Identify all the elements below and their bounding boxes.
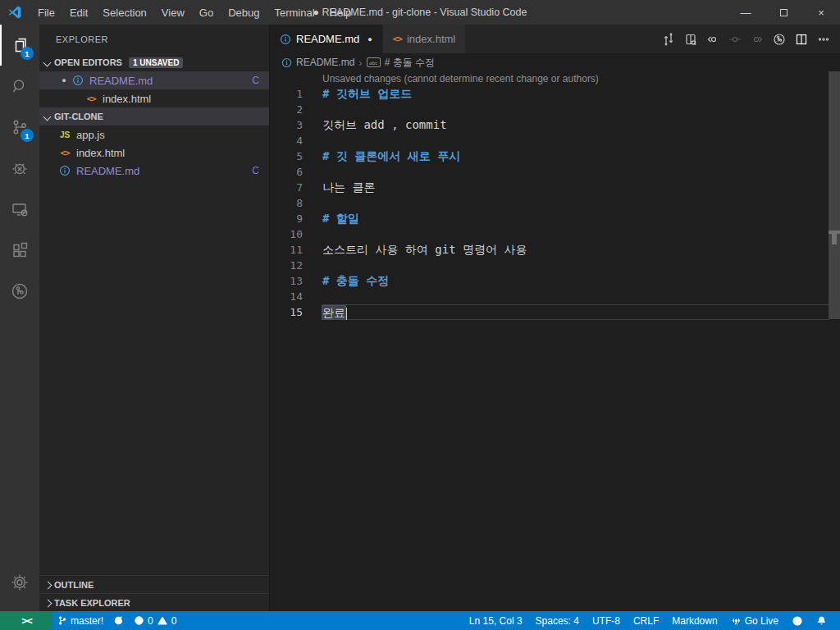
menu-file[interactable]: File bbox=[30, 0, 62, 25]
menu-view[interactable]: View bbox=[154, 0, 192, 25]
notifications-bell-button[interactable] bbox=[810, 611, 833, 630]
editor-line: 12 bbox=[270, 258, 840, 273]
line-number: 14 bbox=[270, 289, 303, 304]
minimize-button[interactable]: — bbox=[727, 0, 765, 25]
editor-line: 14 bbox=[270, 289, 840, 304]
language-mode[interactable]: Markdown bbox=[665, 611, 724, 630]
code-text[interactable] bbox=[322, 195, 840, 211]
extensions-icon[interactable] bbox=[0, 230, 39, 271]
close-button[interactable]: × bbox=[802, 0, 840, 25]
source-control-icon[interactable]: 1 bbox=[0, 107, 39, 148]
editor-line: 8 bbox=[270, 195, 840, 211]
problems-status[interactable]: 0 0 bbox=[129, 611, 181, 630]
code-text[interactable]: # 깃 클론에서 새로 푸시 bbox=[322, 148, 840, 164]
file-label: index.html bbox=[76, 147, 125, 159]
code-text[interactable] bbox=[322, 102, 840, 117]
dirty-dot-icon: ● bbox=[57, 76, 71, 84]
scrollbar-slider[interactable] bbox=[829, 71, 840, 319]
selected-text[interactable]: 완료 bbox=[322, 306, 345, 319]
indentation[interactable]: Spaces: 4 bbox=[529, 611, 586, 630]
git-graph-icon[interactable] bbox=[0, 271, 39, 312]
line-number: 1 bbox=[270, 86, 303, 102]
tab-indexhtml[interactable]: <> index.html bbox=[383, 25, 467, 53]
file-row-readme[interactable]: README.md C bbox=[39, 162, 269, 180]
current-change-icon[interactable] bbox=[727, 31, 743, 48]
warning-icon bbox=[157, 615, 168, 626]
settings-gear-icon[interactable] bbox=[0, 562, 39, 603]
code-text[interactable]: # 깃허브 업로드 bbox=[322, 86, 840, 102]
file-row-appjs[interactable]: JS app.js bbox=[39, 126, 269, 144]
remote-explorer-icon[interactable] bbox=[0, 189, 39, 230]
html-icon: <> bbox=[84, 94, 98, 104]
markdown-info-icon bbox=[281, 57, 292, 68]
maximize-button[interactable] bbox=[765, 0, 802, 25]
explorer-sidebar: EXPLORER OPEN EDITORS 1 UNSAVED ● README… bbox=[39, 25, 270, 611]
dirty-dot-icon[interactable]: ● bbox=[368, 35, 372, 43]
split-editor-icon[interactable] bbox=[793, 31, 810, 48]
broadcast-icon bbox=[731, 615, 742, 626]
search-icon[interactable] bbox=[0, 66, 39, 107]
code-text[interactable] bbox=[322, 164, 840, 180]
breadcrumb-symbol[interactable]: # 충돌 수정 bbox=[385, 56, 435, 70]
status-bar: >< master! 0 0 Ln 15, Col 3 Spaces: 4 UT… bbox=[0, 611, 840, 630]
markdown-info-icon bbox=[280, 34, 291, 45]
code-text[interactable]: # 충돌 수정 bbox=[322, 273, 840, 289]
breadcrumb-file[interactable]: README.md bbox=[296, 57, 354, 68]
go-live-button[interactable]: Go Live bbox=[724, 611, 785, 630]
editor-pane[interactable]: Unsaved changes (cannot determine recent… bbox=[270, 71, 840, 611]
explorer-icon[interactable]: 1 bbox=[0, 25, 39, 66]
js-icon: JS bbox=[57, 130, 72, 139]
html-icon: <> bbox=[57, 148, 72, 158]
line-number: 3 bbox=[270, 117, 303, 133]
tab-readme[interactable]: README.md ● bbox=[270, 25, 383, 53]
menu-go[interactable]: Go bbox=[192, 0, 221, 25]
menu-debug[interactable]: Debug bbox=[221, 0, 267, 25]
code-text[interactable]: 소스트리 사용 하여 git 명령어 사용 bbox=[322, 242, 840, 258]
outline-section[interactable]: OUTLINE bbox=[39, 575, 269, 593]
open-editor-readme[interactable]: ● README.md C bbox=[39, 71, 269, 89]
git-branch-status[interactable]: master! bbox=[52, 611, 108, 630]
sync-button[interactable] bbox=[108, 611, 129, 630]
editor-line: 6 bbox=[270, 164, 840, 180]
code-text[interactable]: # 할일 bbox=[322, 211, 840, 226]
next-change-icon[interactable] bbox=[749, 31, 765, 48]
remote-indicator[interactable]: >< bbox=[0, 611, 52, 630]
git-graph-view-icon[interactable] bbox=[771, 31, 788, 48]
line-number: 10 bbox=[270, 226, 303, 242]
folder-header-git-clone[interactable]: GIT-CLONE bbox=[39, 107, 269, 126]
code-text[interactable] bbox=[322, 289, 840, 304]
open-changes-icon[interactable] bbox=[660, 31, 677, 48]
encoding[interactable]: UTF-8 bbox=[586, 611, 627, 630]
feedback-smiley-button[interactable] bbox=[785, 611, 810, 630]
code-text[interactable]: 완료 bbox=[322, 304, 829, 320]
code-text[interactable] bbox=[322, 226, 840, 242]
error-icon bbox=[134, 615, 144, 626]
code-text[interactable] bbox=[322, 133, 840, 148]
eol-sequence[interactable]: CRLF bbox=[627, 611, 665, 630]
breadcrumb: README.md › abc # 충돌 수정 bbox=[270, 53, 840, 71]
code-text[interactable] bbox=[322, 258, 840, 273]
file-label: app.js bbox=[76, 129, 105, 141]
bell-icon bbox=[816, 615, 827, 626]
menu-selection[interactable]: Selection bbox=[95, 0, 153, 25]
menu-edit[interactable]: Edit bbox=[62, 0, 95, 25]
more-actions-icon[interactable] bbox=[815, 31, 832, 48]
file-label: README.md bbox=[76, 165, 139, 177]
previous-change-icon[interactable] bbox=[705, 31, 721, 48]
debug-icon[interactable] bbox=[0, 148, 39, 189]
vscode-logo-icon bbox=[7, 5, 22, 20]
editor-scrollbar[interactable] bbox=[829, 71, 840, 611]
open-preview-icon[interactable] bbox=[682, 31, 699, 48]
code-text[interactable]: 깃허브 add , commit bbox=[322, 117, 840, 133]
line-number: 5 bbox=[270, 148, 303, 164]
file-row-indexhtml[interactable]: <> index.html bbox=[39, 144, 269, 162]
code-text[interactable]: 나는 클론 bbox=[322, 180, 840, 195]
cursor-position[interactable]: Ln 15, Col 3 bbox=[463, 611, 529, 630]
open-editors-header[interactable]: OPEN EDITORS 1 UNSAVED bbox=[39, 53, 269, 71]
markdown-info-icon bbox=[57, 165, 72, 176]
task-explorer-section[interactable]: TASK EXPLORER bbox=[39, 593, 269, 611]
text-cursor bbox=[345, 308, 347, 320]
chevron-down-icon bbox=[44, 113, 51, 120]
open-editor-index[interactable]: <> index.html bbox=[39, 89, 269, 107]
codelens-annotation[interactable]: Unsaved changes (cannot determine recent… bbox=[270, 71, 840, 86]
